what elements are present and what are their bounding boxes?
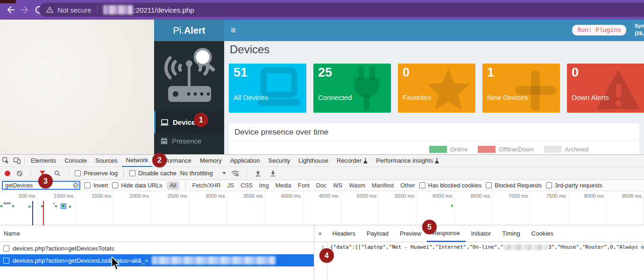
tab-console[interactable]: Console [60,155,91,166]
divider [31,170,31,177]
divider [24,157,25,165]
close-detail-icon[interactable]: × [314,230,327,237]
timeline-tick: 5000 ms [341,191,379,225]
export-har-icon[interactable] [268,168,279,179]
address-bar[interactable]: Not secure :20211/devices.php [39,3,644,17]
invert-checkbox[interactable]: Invert [85,182,108,189]
throttling-select[interactable]: No throttling [180,170,226,177]
legend-online: Online [429,146,468,153]
card-value: 51 [234,65,248,80]
import-har-icon[interactable] [253,168,264,179]
forward-icon[interactable] [20,4,31,15]
card-value: 0 [403,65,410,80]
card-new-devices[interactable]: 1 New Devices [482,64,560,113]
presence-panel: Device presence over time Online Offline… [229,123,639,154]
requests-name-header[interactable]: Name [0,225,314,242]
redacted-query-param [152,256,276,265]
sidebar-item-presence[interactable]: Presence [154,130,224,152]
checkbox[interactable] [546,182,552,188]
filter-type-font[interactable]: Font [298,182,310,189]
detail-tab-payload[interactable]: Payload [361,225,394,242]
tab-security[interactable]: Security [264,155,294,166]
detail-tab-initiator[interactable]: Initiator [466,225,497,242]
checkbox[interactable] [3,245,9,251]
tab-memory[interactable]: Memory [196,155,226,166]
search-icon[interactable] [52,168,63,179]
redacted-hostname [103,5,133,14]
response-json-text: {"data":[["laptop","Net - Huawei","Inter… [327,242,644,280]
third-party-requests-checkbox[interactable]: 3rd-party requests [546,182,602,189]
run-plugins-button[interactable]: Run: Plugins [572,25,626,36]
chart-legend: Online Offline/Down Archived [229,146,639,153]
filter-type-other[interactable]: Other [400,182,415,189]
request-row-get-devices-list[interactable]: devices.php?action=getDevicesList&status… [0,254,314,266]
hide-data-urls-checkbox[interactable]: Hide data URLs [112,182,162,189]
checkbox[interactable] [129,170,135,176]
filter-type-js[interactable]: JS [227,182,234,189]
tab-sources[interactable]: Sources [91,155,122,166]
checkbox[interactable] [419,182,425,188]
response-viewer[interactable]: 1 {"data":[["laptop","Net - Huawei","Int… [314,242,644,280]
filter-type-wasm[interactable]: Wasm [349,182,365,189]
has-blocked-cookies-checkbox[interactable]: Has blocked cookies [419,182,482,189]
checkbox[interactable] [486,182,492,188]
legend-archived: Archived [544,146,589,153]
filter-type-css[interactable]: CSS [241,182,253,189]
detail-tab-timing[interactable]: Timing [496,225,526,242]
tab-lighthouse[interactable]: Lighthouse [294,155,333,166]
disable-cache-checkbox[interactable]: Disable cache [129,170,177,177]
request-row-get-devices-totals[interactable]: devices.php?action=getDevicesTotals [0,242,314,254]
device-toolbar-icon[interactable] [11,156,22,166]
card-value: 1 [487,65,494,80]
card-value: 0 [572,65,579,80]
filter-type-img[interactable]: Img [259,182,269,189]
checkbox[interactable] [85,182,91,188]
card-all-devices[interactable]: 51 All Devices [229,64,306,113]
filter-type-ws[interactable]: WS [333,182,342,189]
inspect-element-icon[interactable] [0,156,11,166]
timeline-tick: 1500 ms [76,191,113,225]
checkbox[interactable] [3,258,9,264]
detail-tab-headers[interactable]: Headers [327,225,361,242]
screenshot-root: Not secure :20211/devices.php Pi.Alert ≡… [0,0,644,280]
preserve-log-checkbox[interactable]: Preserve log [75,170,118,177]
app-logo[interactable]: Pi.Alert [154,20,224,41]
card-favorites[interactable]: 0 Favorites [398,64,475,113]
divider [69,170,69,177]
timeline-request-dot [53,203,55,204]
tab-performance-insights[interactable]: Performance insights [372,155,443,166]
card-down-alerts[interactable]: 0 Down Alerts [567,64,644,113]
sidebar-item-label: Presence [172,137,201,145]
clear-network-log-icon[interactable] [14,168,25,179]
timeline-tick: 7000 ms [493,191,531,225]
filter-type-manifest[interactable]: Manifest [372,182,394,189]
filter-type-media[interactable]: Media [276,182,291,189]
annotation-badge-3: 3 [38,174,53,188]
filter-type-doc[interactable]: Doc [316,182,326,189]
tab-recorder[interactable]: Recorder [333,155,372,166]
plus-icon [511,66,558,113]
sidebar-toggle-icon[interactable]: ≡ [231,25,236,36]
blocked-requests-checkbox[interactable]: Blocked Requests [486,182,542,189]
network-conditions-icon[interactable] [230,168,241,179]
timeline-tick: 6000 ms [417,191,454,225]
timeline-tick: 8000 ms [568,191,606,225]
card-connected[interactable]: 25 Connected [313,64,391,113]
filter-type-fetch-xhr[interactable]: Fetch/XHR [192,182,220,189]
clear-filter-icon[interactable]: × [73,182,79,188]
filter-type-all[interactable]: All [167,181,180,190]
timeline-request-dot [69,206,71,208]
experiment-flask-icon [435,158,439,164]
checkbox[interactable] [112,182,118,188]
chevron-down-icon [222,172,226,174]
tab-elements[interactable]: Elements [27,155,60,166]
back-icon[interactable] [5,4,16,15]
tab-network[interactable]: Network [122,155,153,167]
detail-tab-cookies[interactable]: Cookies [526,225,559,242]
network-overview-timeline[interactable]: 500 ms 1000 ms 1500 ms 2000 ms 2500 ms 3… [0,191,644,225]
selected-request-marker [61,203,66,209]
record-network-log-button[interactable] [5,171,10,176]
checkbox[interactable] [75,170,81,176]
legend-swatch-archived [544,146,562,153]
tab-application[interactable]: Application [226,155,264,166]
